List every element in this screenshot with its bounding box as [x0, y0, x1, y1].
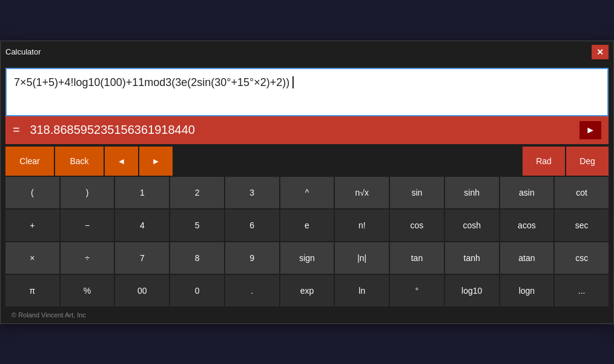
key-_[interactable]: × [5, 242, 59, 274]
rad-deg-group: Rad Deg [523, 147, 609, 176]
key-_[interactable]: π [5, 275, 59, 306]
cursor-left-button[interactable]: ◄ [105, 147, 138, 176]
key-1[interactable]: 1 [115, 177, 169, 208]
controls-row: Clear Back ◄ ► Rad Deg [5, 147, 609, 176]
key-csc[interactable]: csc [555, 242, 609, 274]
key-_[interactable]: ÷ [61, 242, 114, 274]
key-sec[interactable]: sec [555, 210, 609, 241]
calculator-window: Calculator ✕ 7×5(1+5)+4!log10(100)+11mod… [0, 41, 614, 324]
keypad: ()123^n√xsinsinhasincot+−456en!coscoshac… [5, 177, 609, 306]
key-sign[interactable]: sign [280, 242, 334, 274]
key-_n_[interactable]: |n| [335, 242, 389, 274]
key-cot[interactable]: cot [555, 177, 609, 208]
key-n_[interactable]: n! [335, 210, 389, 241]
key-5[interactable]: 5 [170, 210, 224, 241]
key-sin[interactable]: sin [390, 177, 444, 208]
key-7[interactable]: 7 [115, 242, 169, 274]
key-n_x[interactable]: n√x [335, 177, 389, 208]
result-value: 318.868595235156361918440 [30, 123, 195, 136]
key-_[interactable]: + [5, 210, 59, 241]
title-bar: Calculator ✕ [1, 41, 613, 63]
key-9[interactable]: 9 [225, 242, 279, 274]
expression-text: 7×5(1+5)+4!log10(100)+11mod3(3e(2sin(30°… [14, 76, 289, 88]
key-ln[interactable]: ln [335, 275, 389, 306]
key-cosh[interactable]: cosh [445, 210, 499, 241]
result-arrow-button[interactable]: ► [579, 121, 601, 139]
key-tanh[interactable]: tanh [445, 242, 499, 274]
key-6[interactable]: 6 [225, 210, 279, 241]
key-_[interactable]: ^ [280, 177, 334, 208]
footer: © Roland Vincent Art, Inc [5, 309, 609, 323]
deg-button[interactable]: Deg [566, 147, 609, 176]
key-cos[interactable]: cos [390, 210, 444, 241]
key-2[interactable]: 2 [170, 177, 224, 208]
key-0[interactable]: 0 [170, 275, 224, 306]
cursor [289, 76, 294, 88]
key-4[interactable]: 4 [115, 210, 169, 241]
key-atan[interactable]: atan [500, 242, 554, 274]
key-acos[interactable]: acos [500, 210, 554, 241]
key-3[interactable]: 3 [225, 177, 279, 208]
key-asin[interactable]: asin [500, 177, 554, 208]
key-exp[interactable]: exp [280, 275, 334, 306]
key-tan[interactable]: tan [390, 242, 444, 274]
result-prefix: = [13, 123, 20, 136]
cursor-right-button[interactable]: ► [139, 147, 173, 176]
close-button[interactable]: ✕ [592, 45, 609, 59]
key-logn[interactable]: logn [500, 275, 554, 306]
key-___[interactable]: ... [555, 275, 609, 306]
key-_[interactable]: . [225, 275, 279, 306]
key-_[interactable]: ( [5, 177, 59, 208]
window-title: Calculator [5, 47, 41, 56]
key-_[interactable]: − [61, 210, 114, 241]
key-e[interactable]: e [280, 210, 334, 241]
key-_[interactable]: ° [390, 275, 444, 306]
expression-display[interactable]: 7×5(1+5)+4!log10(100)+11mod3(3e(2sin(30°… [5, 68, 609, 116]
rad-button[interactable]: Rad [523, 147, 565, 176]
key-_[interactable]: ) [61, 177, 114, 208]
result-bar: = 318.868595235156361918440 ► [5, 116, 609, 144]
result-text: = 318.868595235156361918440 [13, 123, 195, 137]
back-button[interactable]: Back [55, 147, 104, 176]
footer-text: © Roland Vincent Art, Inc [12, 311, 86, 319]
key-_[interactable]: % [61, 275, 114, 306]
key-00[interactable]: 00 [115, 275, 169, 306]
key-sinh[interactable]: sinh [445, 177, 499, 208]
key-log10[interactable]: log10 [445, 275, 499, 306]
clear-button[interactable]: Clear [5, 147, 54, 176]
key-8[interactable]: 8 [170, 242, 224, 274]
